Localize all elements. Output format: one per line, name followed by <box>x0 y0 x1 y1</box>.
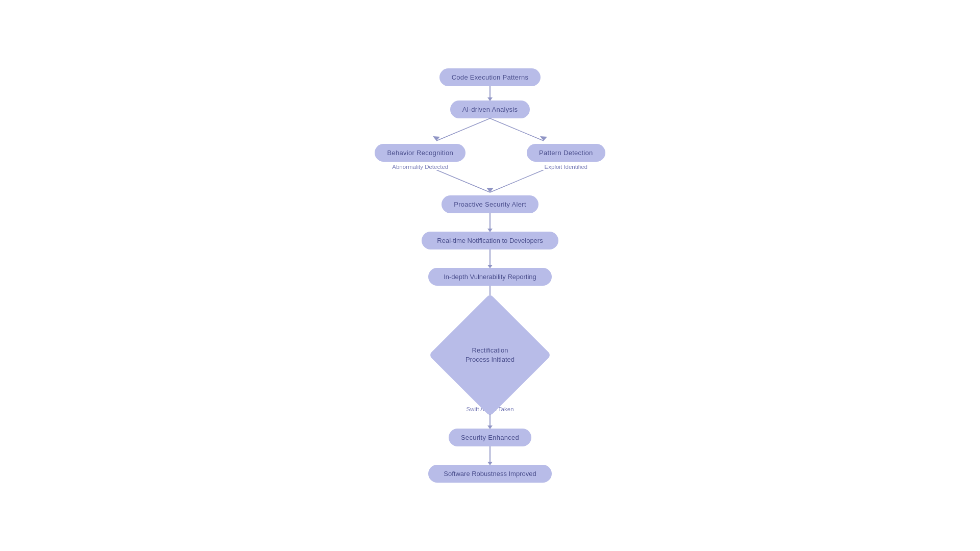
node-behavior-recognition: Behavior Recognition <box>375 144 465 162</box>
arrow-6 <box>489 446 491 465</box>
node-proactive-alert: Proactive Security Alert <box>442 195 538 213</box>
converge-arrows <box>393 170 587 195</box>
svg-line-0 <box>436 118 490 141</box>
arrow-5 <box>489 414 491 429</box>
label-abnormality: Abnormality Detected <box>392 164 448 170</box>
diamond-text: Rectification Process Initiated <box>459 346 521 364</box>
node-vulnerability-reporting: In-depth Vulnerability Reporting <box>428 268 552 286</box>
svg-line-4 <box>436 170 490 192</box>
arrow-3 <box>489 249 491 268</box>
arrow-2 <box>489 213 491 232</box>
split-arrows <box>393 118 587 144</box>
node-pattern-detection: Pattern Detection <box>527 144 605 162</box>
flowchart: Code Execution Patterns AI-driven Analys… <box>375 68 605 483</box>
branch-container: Behavior Recognition Abnormality Detecte… <box>375 144 605 170</box>
branch-right: Pattern Detection Exploit Identified <box>527 144 605 170</box>
node-ai-analysis: AI-driven Analysis <box>450 101 530 118</box>
node-security-enhanced: Security Enhanced <box>449 429 531 446</box>
branch-left: Behavior Recognition Abnormality Detecte… <box>375 144 465 170</box>
diamond-container: Rectification Process Initiated <box>439 304 541 406</box>
svg-line-2 <box>490 118 544 141</box>
arrow-1 <box>489 86 491 101</box>
node-software-robustness: Software Robustness Improved <box>428 465 551 483</box>
label-exploit: Exploit Identified <box>545 164 587 170</box>
svg-line-5 <box>490 170 544 192</box>
node-realtime-notification: Real-time Notification to Developers <box>422 232 558 249</box>
node-code-execution: Code Execution Patterns <box>439 68 541 86</box>
